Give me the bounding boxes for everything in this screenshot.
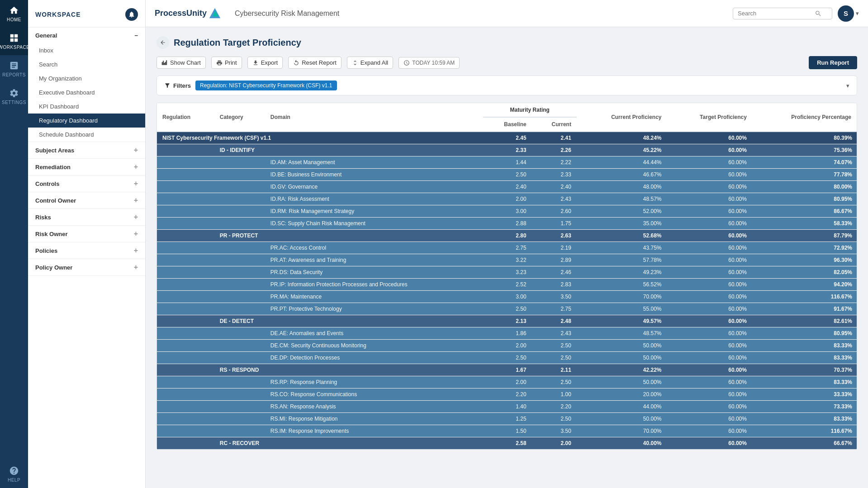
cell-domain-name: PR.PT: Protective Technology	[265, 303, 483, 315]
filters-expand-button[interactable]: ▾	[846, 82, 849, 89]
cell-target-prof: 60.00%	[667, 242, 752, 254]
cell-baseline: 3.00	[483, 205, 532, 218]
cell-current: 2.50	[532, 413, 577, 425]
sidebar-section-controls-header[interactable]: Controls +	[28, 175, 145, 192]
nav-settings[interactable]: SETTINGS	[0, 83, 28, 110]
report-table: Regulation Category Domain Maturity Rati…	[157, 103, 857, 450]
risks-label: Risks	[35, 214, 51, 221]
cell-current-prof: 70.00%	[577, 425, 667, 437]
nav-home[interactable]: HOME	[0, 0, 28, 28]
print-button[interactable]: Print	[211, 57, 242, 69]
sidebar-section-risks-header[interactable]: Risks +	[28, 209, 145, 225]
cell-category	[214, 352, 265, 364]
cell-current-prof: 35.00%	[577, 218, 667, 230]
cell-target-prof: 60.00%	[667, 144, 752, 156]
sidebar-section-policy-owner-header[interactable]: Policy Owner +	[28, 259, 145, 275]
cell-current: 2.50	[532, 352, 577, 364]
back-button[interactable]	[157, 36, 169, 49]
cell-pct: 83.33%	[752, 413, 857, 425]
nav-workspace[interactable]: WORKSPACE	[0, 28, 28, 55]
sidebar-item-schedule-dashboard[interactable]: Schedule Dashboard	[28, 128, 145, 142]
cell-target-prof: 60.00%	[667, 413, 752, 425]
sidebar-section-risk-owner-header[interactable]: Risk Owner +	[28, 226, 145, 242]
cell-regulation	[157, 266, 214, 279]
expand-all-button[interactable]: Expand All	[347, 57, 393, 69]
cell-regulation	[157, 144, 214, 156]
avatar-chevron-icon[interactable]: ▾	[856, 10, 859, 17]
cell-target-prof: 60.00%	[667, 364, 752, 376]
cell-current-prof: 48.00%	[577, 181, 667, 193]
sidebar-section-policies-header[interactable]: Policies +	[28, 242, 145, 259]
notification-bell[interactable]	[125, 8, 138, 21]
cell-category-name: PR - PROTECT	[214, 230, 483, 242]
cell-domain-name: ID.GV: Governance	[265, 181, 483, 193]
search-icon	[815, 10, 822, 17]
sidebar-item-kpi-dashboard[interactable]: KPI Dashboard	[28, 99, 145, 114]
controls-expand-icon: +	[134, 180, 138, 187]
cell-baseline: 2.00	[483, 193, 532, 205]
user-avatar[interactable]: S	[838, 5, 854, 22]
sidebar-section-control-owner-header[interactable]: Control Owner +	[28, 192, 145, 208]
cell-domain-name: DE.DP: Detection Processes	[265, 352, 483, 364]
cell-current-prof: 56.52%	[577, 279, 667, 291]
sidebar-section-general: General − Inbox Search My Organization E…	[28, 28, 145, 142]
export-button[interactable]: Export	[247, 57, 283, 69]
print-label: Print	[225, 59, 237, 66]
cell-current-prof: 44.00%	[577, 401, 667, 413]
table-row: DE.AE: Anomalies and Events 1.86 2.43 48…	[157, 327, 857, 340]
sidebar-item-my-org[interactable]: My Organization	[28, 71, 145, 85]
cell-current: 2.40	[532, 181, 577, 193]
cell-target-prof: 60.00%	[667, 291, 752, 303]
col-header-pct: Proficiency Percentage	[752, 103, 857, 132]
cell-regulation	[157, 352, 214, 364]
sidebar-item-inbox[interactable]: Inbox	[28, 43, 145, 57]
sidebar-item-executive-dashboard[interactable]: Executive Dashboard	[28, 85, 145, 99]
cell-baseline: 1.25	[483, 413, 532, 425]
cell-domain-name: ID.BE: Business Environment	[265, 169, 483, 181]
cell-regulation	[157, 413, 214, 425]
policies-expand-icon: +	[134, 247, 138, 254]
expand-icon	[352, 60, 358, 66]
sidebar-section-remediation-header[interactable]: Remediation +	[28, 159, 145, 175]
export-label: Export	[261, 59, 278, 66]
run-report-button[interactable]: Run Report	[809, 56, 857, 69]
sidebar-item-regulatory-dashboard[interactable]: Regulatory Dashboard	[28, 114, 145, 128]
cell-pct: 66.67%	[752, 437, 857, 450]
table-row: RS - RESPOND 1.67 2.11 42.22% 60.00% 70.…	[157, 364, 857, 376]
reset-button[interactable]: Reset Report	[288, 57, 342, 69]
filter-icon	[164, 82, 171, 89]
policies-label: Policies	[35, 247, 57, 254]
cell-regulation	[157, 156, 214, 169]
cell-current-prof: 52.68%	[577, 230, 667, 242]
sidebar-section-general-header[interactable]: General −	[28, 28, 145, 43]
cell-regulation	[157, 193, 214, 205]
cell-current: 2.63	[532, 230, 577, 242]
col-header-baseline: Baseline	[483, 117, 532, 132]
filter-tag[interactable]: Regulation: NIST Cybersecurity Framework…	[195, 81, 337, 90]
table-row: PR - PROTECT 2.80 2.63 52.68% 60.00% 87.…	[157, 230, 857, 242]
cell-baseline: 2.20	[483, 389, 532, 401]
table-row: RS.IM: Response Improvements 1.50 3.50 7…	[157, 425, 857, 437]
cell-category	[214, 193, 265, 205]
cell-pct: 116.67%	[752, 291, 857, 303]
sidebar-section-risks: Risks +	[28, 209, 145, 226]
sidebar-item-search[interactable]: Search	[28, 57, 145, 71]
cell-current-prof: 48.57%	[577, 193, 667, 205]
cell-domain-name: RS.MI: Response Mitigation	[265, 413, 483, 425]
cell-pct: 94.20%	[752, 279, 857, 291]
cell-pct: 80.95%	[752, 193, 857, 205]
timestamp-value: TODAY 10:59 AM	[412, 60, 455, 66]
show-chart-button[interactable]: Show Chart	[157, 57, 206, 69]
search-input[interactable]	[738, 10, 815, 17]
nav-reports[interactable]: REPORTS	[0, 55, 28, 83]
table-row: RC - RECOVER 2.58 2.00 40.00% 60.00% 66.…	[157, 437, 857, 450]
cell-regulation	[157, 205, 214, 218]
search-box[interactable]	[733, 8, 832, 19]
cell-current: 2.83	[532, 279, 577, 291]
sidebar-section-subject-header[interactable]: Subject Areas +	[28, 142, 145, 158]
nav-workspace-label: WORKSPACE	[0, 45, 29, 50]
sidebar-section-policies: Policies +	[28, 242, 145, 259]
nav-help[interactable]: HELP	[0, 460, 28, 488]
table-row: ID.RM: Risk Management Strategy 3.00 2.6…	[157, 205, 857, 218]
cell-current: 2.19	[532, 242, 577, 254]
